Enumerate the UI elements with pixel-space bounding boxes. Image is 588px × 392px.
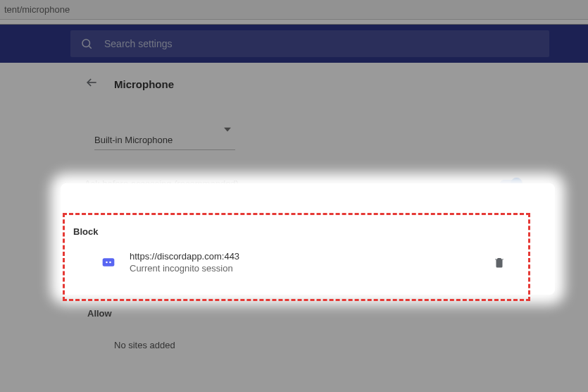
delete-site-button[interactable] xyxy=(493,256,506,269)
trash-icon xyxy=(493,256,506,269)
search-input[interactable] xyxy=(104,38,539,49)
ask-before-toggle[interactable] xyxy=(500,180,521,188)
allow-header: Allow xyxy=(86,305,535,326)
svg-rect-4 xyxy=(103,258,115,267)
svg-point-5 xyxy=(106,262,108,264)
site-text: https://discordapp.com:443 Current incog… xyxy=(130,251,479,274)
search-box[interactable] xyxy=(70,30,549,57)
page-title: Microphone xyxy=(114,78,174,90)
svg-point-0 xyxy=(82,39,90,47)
svg-point-6 xyxy=(109,262,111,264)
settings-header xyxy=(0,24,588,63)
block-section-highlight: Block https://discordapp.com:443 Current… xyxy=(63,213,530,301)
site-subtext: Current incognito session xyxy=(130,263,479,274)
microphone-device-select[interactable]: Built-in Microphone xyxy=(94,132,235,150)
blocked-site-row[interactable]: https://discordapp.com:443 Current incog… xyxy=(72,244,521,278)
address-bar[interactable]: tent/microphone xyxy=(0,0,588,20)
url-fragment: tent/microphone xyxy=(4,4,70,15)
ask-toggle-label: Ask before accessing (recommended) xyxy=(85,178,239,189)
arrow-left-icon xyxy=(85,75,99,90)
svg-marker-3 xyxy=(224,128,231,132)
site-url: https://discordapp.com:443 xyxy=(130,251,479,262)
toggle-knob xyxy=(511,178,523,190)
content-panel: Microphone Built-in Microphone Ask befor… xyxy=(70,63,549,392)
back-button[interactable] xyxy=(85,75,99,92)
svg-line-1 xyxy=(89,46,91,48)
block-header: Block xyxy=(72,222,521,244)
search-icon xyxy=(80,37,93,50)
discord-icon xyxy=(101,255,115,269)
allow-empty-text: No sites added xyxy=(85,326,535,350)
